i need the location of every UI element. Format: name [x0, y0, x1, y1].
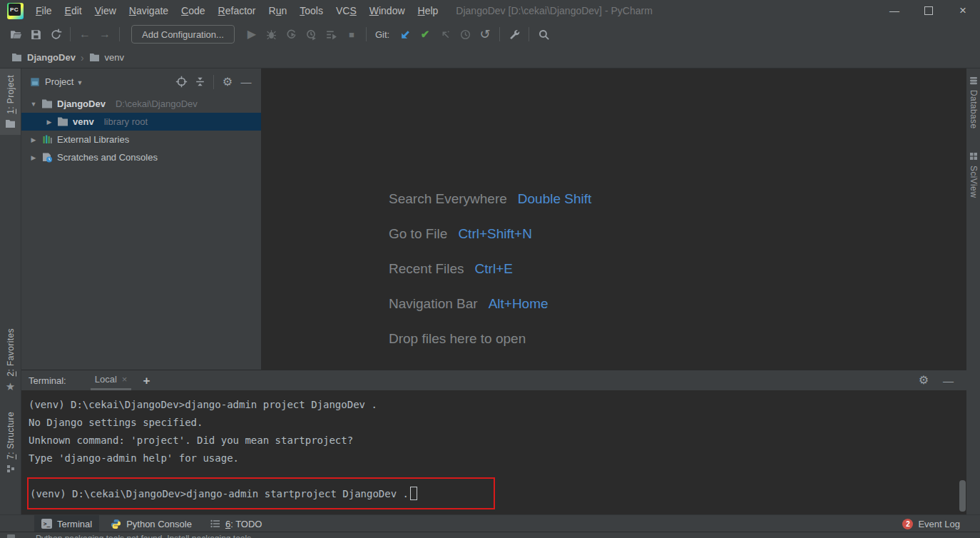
project-panel-header: Project ▼ ⚙ — — [21, 68, 261, 95]
menu-item-vcs[interactable]: VCS — [330, 0, 363, 21]
toolwindow-tab-terminal[interactable]: >_ Terminal — [34, 515, 99, 532]
new-terminal-tab-button[interactable]: + — [143, 375, 150, 387]
chevron-right-icon: › — [81, 52, 84, 64]
terminal-output: (venv) D:\cekai\DjangoDev>django-admin p… — [29, 396, 377, 467]
run-with-settings-icon[interactable] — [322, 25, 342, 44]
terminal-scrollbar[interactable] — [959, 480, 966, 512]
tree-row-djangodev[interactable]: ▼ DjangoDev D:\cekai\DjangoDev — [21, 95, 261, 113]
stripe-tab-favorites[interactable]: 2: Favorites ★ — [0, 322, 21, 399]
tree-row-scratches[interactable]: ▶ Scratches and Consoles — [21, 148, 261, 166]
hide-panel-icon[interactable]: — — [943, 375, 954, 387]
breadcrumb-item-project[interactable]: DjangoDev — [27, 52, 76, 63]
shortcut-keys: Alt+Home — [489, 296, 548, 312]
project-view-selector[interactable]: Project — [45, 76, 73, 87]
project-tree: ▼ DjangoDev D:\cekai\DjangoDev ▶ venv li… — [21, 95, 261, 166]
tree-node-name: venv — [73, 116, 94, 127]
toolwindow-tab-label: 6: TODO — [225, 519, 262, 529]
tree-row-external-libraries[interactable]: ▶ External Libraries — [21, 131, 261, 148]
hide-panel-icon[interactable]: — — [237, 73, 255, 91]
toolwindow-tab-todo[interactable]: 6: TODO — [203, 515, 270, 532]
stripe-label-project: 1: Project — [6, 75, 16, 114]
close-button[interactable]: × — [946, 0, 980, 21]
maximize-button[interactable] — [912, 0, 946, 21]
minimize-button[interactable]: — — [877, 0, 912, 21]
notification-count-badge: 2 — [902, 519, 913, 529]
stripe-tab-sciview[interactable]: SciView — [966, 146, 980, 204]
terminal-current-command: (venv) D:\cekai\DjangoDev>django-admin s… — [30, 488, 409, 499]
libraries-icon — [41, 134, 53, 145]
breadcrumb: DjangoDev › venv — [0, 47, 980, 68]
menu-item-tools[interactable]: Tools — [293, 0, 330, 21]
terminal-line: (venv) D:\cekai\DjangoDev>django-admin p… — [29, 396, 377, 414]
toolwindow-tab-python-console[interactable]: Python Console — [103, 515, 199, 532]
window-title: DjangoDev [D:\cekai\DjangoDev] - PyCharm — [456, 5, 652, 16]
rollback-icon[interactable]: ↺ — [475, 25, 495, 44]
toolwindow-tab-label: Python Console — [126, 519, 192, 529]
gear-icon[interactable]: ⚙ — [218, 73, 237, 91]
stripe-tab-structure[interactable]: 7: Structure — [0, 405, 21, 479]
toolwindow-switcher-icon[interactable] — [7, 534, 15, 538]
back-icon[interactable]: ← — [75, 25, 95, 44]
python-icon — [111, 519, 121, 529]
close-tab-icon[interactable]: × — [122, 374, 128, 385]
menu-item-refactor[interactable]: Refactor — [212, 0, 262, 21]
database-icon — [969, 76, 978, 85]
menu-item-run[interactable]: Run — [262, 0, 294, 21]
toolbar-divider — [499, 27, 500, 41]
bottom-toolwindow-bar: >_ Terminal Python Console 6: TODO 2 Eve… — [0, 514, 980, 532]
locate-file-icon[interactable] — [172, 73, 190, 91]
gear-icon[interactable]: ⚙ — [919, 375, 929, 386]
window-controls: — × — [877, 0, 980, 21]
add-configuration-button[interactable]: Add Configuration... — [131, 25, 235, 44]
search-everywhere-icon[interactable] — [534, 25, 553, 44]
expand-arrow-icon[interactable]: ▶ — [30, 136, 37, 143]
structure-icon — [6, 465, 15, 473]
tree-node-name: DjangoDev — [57, 98, 106, 109]
editor-shortcut-hints: Search EverywhereDouble Shift Go to File… — [389, 188, 591, 363]
open-folder-icon[interactable] — [6, 25, 26, 44]
event-log-button[interactable]: 2 Event Log — [902, 519, 960, 529]
drop-files-hint: Drop files here to open — [389, 331, 526, 347]
star-icon: ★ — [6, 381, 15, 392]
menu-item-code[interactable]: Code — [175, 0, 211, 21]
project-toolwindow-icon — [30, 77, 40, 87]
profiler-icon[interactable] — [302, 25, 322, 44]
status-message: Python packaging tools not found. Instal… — [36, 534, 251, 538]
folder-icon — [89, 53, 100, 62]
tree-node-name: Scratches and Consoles — [57, 152, 158, 163]
breadcrumb-item-venv[interactable]: venv — [105, 52, 124, 63]
tree-row-venv[interactable]: ▶ venv library root — [21, 113, 261, 131]
menu-item-window[interactable]: Window — [363, 0, 412, 21]
expand-arrow-icon[interactable]: ▼ — [30, 101, 37, 108]
update-project-icon[interactable] — [395, 25, 415, 44]
left-tool-stripe: 1: Project 2: Favorites ★ 7: Structure — [0, 68, 21, 515]
menu-item-navigate[interactable]: Navigate — [123, 0, 175, 21]
terminal-header: Terminal: Local × + ⚙ — — [21, 370, 966, 390]
stop-icon[interactable]: ■ — [342, 25, 362, 44]
stripe-tab-project[interactable]: 1: Project — [0, 68, 21, 135]
terminal-tab-local[interactable]: Local × — [91, 370, 132, 390]
menu-item-file[interactable]: File — [29, 0, 58, 21]
toolbar-divider — [213, 75, 214, 89]
history-icon[interactable] — [455, 25, 475, 44]
vcs-patch-icon[interactable] — [435, 25, 455, 44]
forward-icon[interactable]: → — [95, 25, 115, 44]
right-tool-stripe: Database SciView — [966, 68, 980, 515]
expand-arrow-icon[interactable]: ▶ — [46, 118, 53, 126]
terminal-content[interactable]: (venv) D:\cekai\DjangoDev>django-admin p… — [21, 390, 966, 516]
menu-item-view[interactable]: View — [88, 0, 123, 21]
settings-wrench-icon[interactable] — [504, 25, 524, 44]
collapse-all-icon[interactable] — [190, 73, 209, 91]
tree-node-name: External Libraries — [57, 134, 129, 145]
debug-icon[interactable] — [262, 25, 282, 44]
expand-arrow-icon[interactable]: ▶ — [30, 154, 37, 161]
commit-icon[interactable]: ✔ — [415, 25, 435, 44]
save-icon[interactable] — [26, 25, 46, 44]
run-icon[interactable]: ▶ — [242, 25, 262, 44]
shortcut-action: Search Everywhere — [389, 191, 507, 207]
menu-item-edit[interactable]: Edit — [58, 0, 88, 21]
stripe-tab-database[interactable]: Database — [966, 70, 980, 136]
menu-item-help[interactable]: Help — [412, 0, 445, 21]
run-with-coverage-icon[interactable] — [282, 25, 302, 44]
sync-icon[interactable] — [46, 25, 66, 44]
